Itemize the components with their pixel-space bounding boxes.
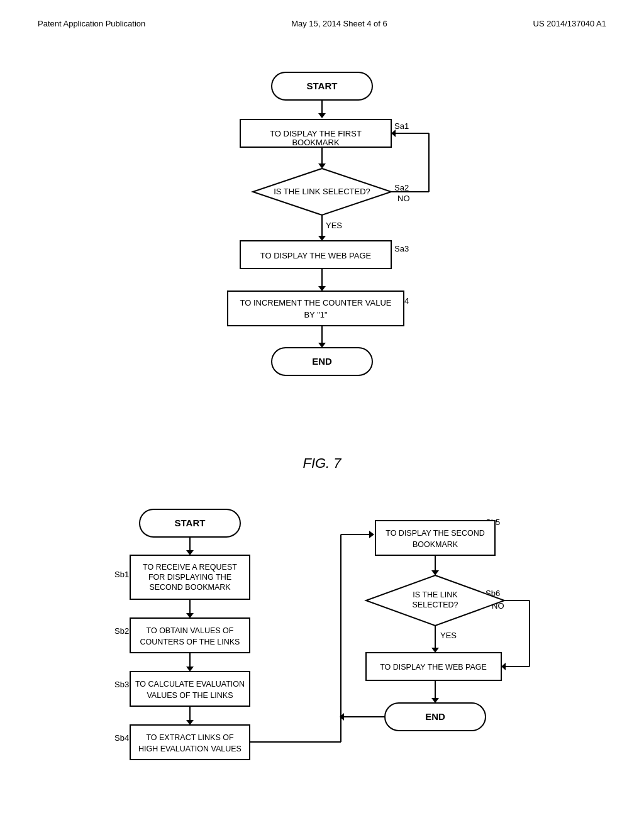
svg-text:START: START: [175, 517, 206, 528]
fig7-section: START Sa1 TO DISPLAY THE FIRST BOOKMARK …: [38, 53, 606, 472]
svg-text:TO CALCULATE EVALUATION: TO CALCULATE EVALUATION: [135, 680, 245, 689]
svg-marker-89: [501, 663, 506, 670]
svg-marker-83: [431, 698, 439, 703]
svg-text:SECOND BOOKMARK: SECOND BOOKMARK: [149, 583, 231, 592]
svg-marker-56: [186, 720, 194, 725]
svg-text:END: END: [312, 356, 332, 367]
fig8-section: START Sb1 TO RECEIVE A REQUEST FOR DISPL…: [38, 490, 606, 830]
svg-marker-64: [369, 531, 374, 538]
svg-rect-58: [130, 725, 250, 760]
svg-text:TO INCREMENT THE COUNTER VALUE: TO INCREMENT THE COUNTER VALUE: [240, 298, 391, 307]
svg-text:COUNTERS OF THE LINKS: COUNTERS OF THE LINKS: [140, 638, 240, 646]
svg-text:FOR DISPLAYING THE: FOR DISPLAYING THE: [148, 573, 231, 582]
svg-marker-21: [318, 286, 326, 291]
header-center: May 15, 2014 Sheet 4 of 6: [291, 19, 387, 28]
svg-text:END: END: [425, 711, 445, 722]
page: Patent Application Publication May 15, 2…: [0, 0, 644, 830]
svg-text:Sb4: Sb4: [114, 733, 129, 743]
svg-text:Sa2: Sa2: [394, 183, 409, 192]
svg-text:HIGH EVALUATION VALUES: HIGH EVALUATION VALUES: [138, 744, 242, 753]
svg-rect-66: [375, 521, 495, 555]
fig8-svg: START Sb1 TO RECEIVE A REQUEST FOR DISPL…: [102, 503, 542, 830]
fig7-svg: START Sa1 TO DISPLAY THE FIRST BOOKMARK …: [165, 66, 479, 431]
svg-text:TO DISPLAY THE SECOND: TO DISPLAY THE SECOND: [386, 529, 484, 538]
svg-marker-9: [318, 163, 326, 169]
svg-text:BOOKMARK: BOOKMARK: [292, 138, 339, 147]
svg-text:TO DISPLAY THE WEB PAGE: TO DISPLAY THE WEB PAGE: [380, 663, 487, 672]
svg-text:VALUES OF THE LINKS: VALUES OF THE LINKS: [147, 691, 233, 700]
svg-marker-50: [186, 667, 194, 672]
svg-text:IS THE LINK: IS THE LINK: [413, 590, 458, 599]
svg-text:TO OBTAIN VALUES OF: TO OBTAIN VALUES OF: [147, 626, 234, 635]
svg-text:Sa1: Sa1: [394, 121, 409, 131]
svg-marker-17: [318, 236, 326, 241]
svg-text:START: START: [307, 80, 338, 91]
fig7-label: FIG. 7: [303, 455, 341, 472]
svg-text:Sb1: Sb1: [114, 570, 129, 579]
svg-marker-79: [431, 648, 439, 653]
svg-rect-52: [130, 672, 250, 706]
svg-text:BY "1": BY "1": [304, 310, 328, 319]
svg-marker-33: [391, 130, 396, 137]
svg-text:TO EXTRACT LINKS OF: TO EXTRACT LINKS OF: [146, 733, 234, 742]
svg-marker-27: [318, 343, 326, 348]
header-left: Patent Application Publication: [38, 19, 145, 28]
svg-text:YES: YES: [440, 631, 457, 640]
header-right: US 2014/137040 A1: [533, 19, 606, 28]
svg-text:IS THE LINK SELECTED?: IS THE LINK SELECTED?: [274, 187, 370, 196]
svg-text:TO RECEIVE A REQUEST: TO RECEIVE A REQUEST: [143, 563, 237, 572]
svg-marker-70: [431, 570, 439, 575]
svg-text:BOOKMARK: BOOKMARK: [413, 540, 458, 549]
svg-text:TO DISPLAY THE WEB PAGE: TO DISPLAY THE WEB PAGE: [260, 251, 372, 260]
svg-text:Sa3: Sa3: [394, 244, 409, 253]
svg-marker-37: [186, 550, 194, 555]
svg-text:YES: YES: [326, 221, 342, 230]
svg-marker-44: [186, 613, 194, 618]
svg-text:Sb3: Sb3: [114, 680, 129, 689]
svg-text:SELECTED?: SELECTED?: [413, 600, 458, 609]
svg-text:NO: NO: [397, 194, 410, 203]
svg-text:TO DISPLAY THE FIRST: TO DISPLAY THE FIRST: [270, 129, 362, 138]
svg-text:Sb2: Sb2: [114, 626, 129, 636]
svg-rect-23: [228, 291, 404, 326]
page-header: Patent Application Publication May 15, 2…: [38, 19, 606, 28]
svg-rect-46: [130, 618, 250, 653]
svg-marker-3: [318, 113, 326, 118]
